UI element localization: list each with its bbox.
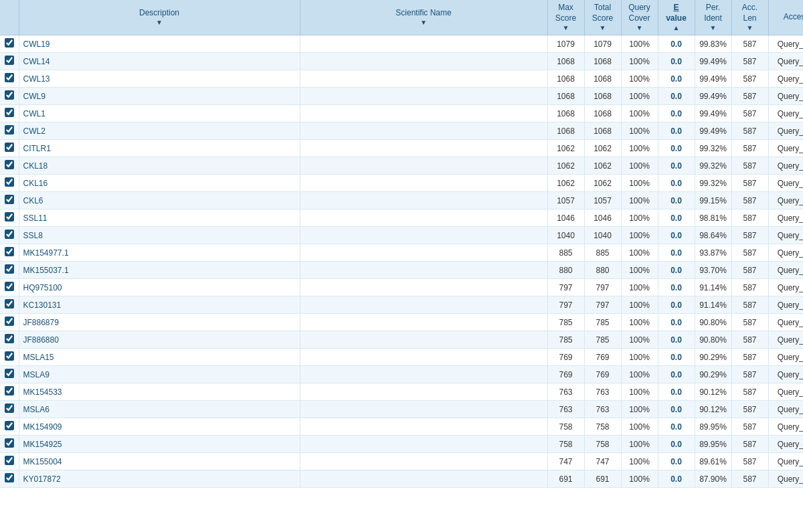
description-sort-icon[interactable]: ▼ — [23, 18, 296, 27]
row-description[interactable]: CWL1 — [19, 105, 300, 122]
row-description[interactable]: MK154925 — [19, 436, 300, 453]
row-checkbox[interactable] — [5, 177, 14, 187]
description-link[interactable]: SSL8 — [23, 231, 43, 240]
description-link[interactable]: JF886880 — [23, 335, 59, 345]
row-description[interactable]: MK155037.1 — [19, 262, 300, 279]
row-checkbox[interactable] — [5, 334, 14, 343]
row-checkbox[interactable] — [5, 456, 14, 465]
description-link[interactable]: MK155037.1 — [23, 266, 69, 275]
row-description[interactable]: MK155004 — [19, 453, 300, 470]
row-checkbox[interactable] — [5, 56, 14, 65]
description-link[interactable]: CWL13 — [23, 74, 50, 84]
description-link[interactable]: SSL11 — [23, 213, 48, 223]
query-cover-header[interactable]: Query Cover ▼ — [621, 0, 658, 35]
row-checkbox[interactable] — [5, 317, 14, 326]
row-checkbox[interactable] — [5, 369, 14, 378]
row-checkbox[interactable] — [5, 38, 14, 48]
description-link[interactable]: CWL19 — [23, 39, 50, 49]
scientific-name-sort-icon[interactable]: ▼ — [304, 18, 543, 27]
row-description[interactable]: CWL2 — [19, 122, 300, 140]
max-score-header[interactable]: MaxScore ▼ — [547, 0, 584, 35]
description-link[interactable]: KY017872 — [23, 474, 61, 484]
row-checkbox-cell — [0, 262, 19, 279]
row-description[interactable]: CWL13 — [19, 70, 300, 88]
query-cover-sort-icon[interactable]: ▼ — [626, 23, 654, 32]
row-checkbox[interactable] — [5, 212, 14, 221]
row-checkbox[interactable] — [5, 125, 14, 135]
row-description[interactable]: CKL18 — [19, 157, 300, 175]
row-description[interactable]: CKL16 — [19, 175, 300, 192]
row-description[interactable]: SSL11 — [19, 209, 300, 227]
total-score-sort-icon[interactable]: ▼ — [589, 23, 617, 32]
per-ident-header[interactable]: Per.Ident ▼ — [695, 0, 731, 35]
row-description[interactable]: KC130131 — [19, 296, 300, 314]
row-description[interactable]: HQ975100 — [19, 279, 300, 296]
row-description[interactable]: SSL8 — [19, 227, 300, 244]
description-link[interactable]: CKL18 — [23, 161, 48, 171]
row-checkbox[interactable] — [5, 264, 14, 274]
description-link[interactable]: MSLA15 — [23, 353, 54, 362]
row-checkbox[interactable] — [5, 282, 14, 291]
acc-len-header[interactable]: Acc.Len ▼ — [731, 0, 768, 35]
description-link[interactable]: HQ975100 — [23, 283, 62, 292]
row-description[interactable]: KY017872 — [19, 470, 300, 488]
row-total-score: 758 — [584, 418, 621, 436]
description-link[interactable]: CWL14 — [23, 57, 50, 66]
description-link[interactable]: JF886879 — [23, 318, 59, 327]
e-value-sort-icon[interactable]: ▲ — [662, 23, 691, 32]
row-description[interactable]: MK154909 — [19, 418, 300, 436]
row-description[interactable]: MSLA15 — [19, 349, 300, 366]
acc-len-sort-icon[interactable]: ▼ — [736, 23, 764, 32]
row-checkbox[interactable] — [5, 143, 14, 152]
row-checkbox[interactable] — [5, 73, 14, 82]
description-link[interactable]: CWL9 — [23, 92, 46, 101]
row-checkbox[interactable] — [5, 108, 14, 117]
row-checkbox[interactable] — [5, 386, 14, 395]
description-link[interactable]: CKL6 — [23, 196, 43, 205]
row-checkbox[interactable] — [5, 230, 14, 239]
row-checkbox[interactable] — [5, 473, 14, 482]
row-description[interactable]: CKL6 — [19, 192, 300, 209]
per-ident-sort-icon[interactable]: ▼ — [699, 23, 727, 32]
scientific-name-header[interactable]: Scientific Name ▼ — [300, 0, 547, 35]
description-link[interactable]: MK154533 — [23, 387, 62, 397]
row-checkbox[interactable] — [5, 299, 14, 308]
row-description[interactable]: MK154977.1 — [19, 244, 300, 262]
row-checkbox[interactable] — [5, 421, 14, 430]
description-link[interactable]: MK154925 — [23, 440, 62, 449]
description-header[interactable]: Description ▼ — [19, 0, 300, 35]
row-description[interactable]: CWL9 — [19, 88, 300, 105]
row-checkbox[interactable] — [5, 90, 14, 100]
row-checkbox[interactable] — [5, 247, 14, 256]
description-link[interactable]: CWL1 — [23, 109, 46, 118]
description-link[interactable]: MK154909 — [23, 422, 62, 432]
row-checkbox[interactable] — [5, 404, 14, 413]
description-link[interactable]: CKL16 — [23, 179, 48, 188]
description-link[interactable]: MSLA6 — [23, 405, 50, 414]
description-link[interactable]: MK155004 — [23, 457, 62, 466]
row-description[interactable]: MSLA9 — [19, 366, 300, 383]
description-link[interactable]: MK154977.1 — [23, 248, 69, 258]
row-total-score: 880 — [584, 262, 621, 279]
total-score-header[interactable]: TotalScore ▼ — [584, 0, 621, 35]
description-link[interactable]: CWL2 — [23, 126, 46, 136]
row-checkbox[interactable] — [5, 160, 14, 169]
e-value-header[interactable]: Evalue ▲ — [658, 0, 695, 35]
row-description[interactable]: MK154533 — [19, 383, 300, 401]
row-total-score: 758 — [584, 436, 621, 453]
description-link[interactable]: CITLR1 — [23, 144, 51, 153]
row-checkbox[interactable] — [5, 351, 14, 361]
row-description[interactable]: JF886879 — [19, 314, 300, 331]
row-per-ident: 99.83% — [695, 35, 731, 53]
row-checkbox[interactable] — [5, 195, 14, 204]
row-description[interactable]: JF886880 — [19, 331, 300, 349]
row-description[interactable]: CWL19 — [19, 35, 300, 53]
acc-len-header-label: Acc.Len — [742, 3, 757, 23]
row-description[interactable]: MSLA6 — [19, 401, 300, 418]
row-description[interactable]: CITLR1 — [19, 140, 300, 157]
row-description[interactable]: CWL14 — [19, 53, 300, 70]
description-link[interactable]: MSLA9 — [23, 370, 50, 379]
description-link[interactable]: KC130131 — [23, 300, 62, 310]
max-score-sort-icon[interactable]: ▼ — [552, 23, 580, 32]
row-checkbox[interactable] — [5, 438, 14, 448]
